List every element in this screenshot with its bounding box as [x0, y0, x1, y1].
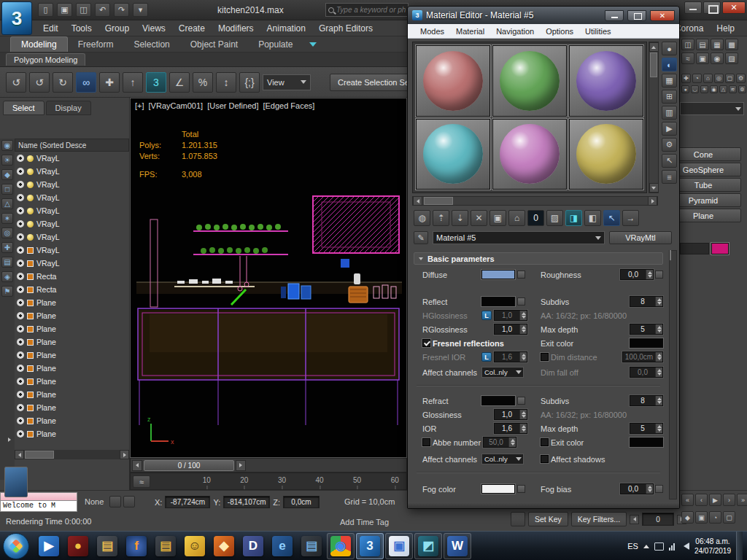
app-maximize-button[interactable]	[703, 1, 721, 14]
selection-lock-icon[interactable]	[109, 496, 121, 508]
geometry-category-icon[interactable]: ●	[681, 85, 689, 93]
fog-color-map-button[interactable]	[517, 485, 525, 493]
explorer-horizontal-scrollbar[interactable]	[15, 450, 129, 459]
show-background-icon[interactable]: ▨	[546, 210, 563, 226]
open-file-icon[interactable]: ▣	[57, 3, 72, 17]
show-shaded-material-in-viewport-icon[interactable]: ◨	[565, 210, 582, 226]
backlight-icon[interactable]: ◐	[662, 58, 677, 71]
list-item[interactable]: VRayL	[15, 244, 129, 257]
abbe-number-checkbox[interactable]	[422, 438, 430, 446]
reset-map-icon[interactable]: ✕	[471, 210, 487, 226]
time-slider-handle[interactable]: 0 / 100	[144, 460, 234, 471]
material-editor-titlebar[interactable]: 3 Material Editor - Material #5	[408, 7, 679, 24]
list-item[interactable]: Plane	[15, 388, 129, 401]
list-item[interactable]: Plane	[15, 427, 129, 440]
visibility-eye-icon[interactable]	[17, 299, 24, 306]
material-editor-options-icon[interactable]: ⚙	[662, 138, 677, 152]
listener-line[interactable]: Welcome to M	[0, 501, 77, 512]
list-item[interactable]: Plane	[15, 362, 129, 375]
undo-icon[interactable]: ↺	[29, 72, 50, 93]
visibility-eye-icon[interactable]	[17, 273, 24, 280]
abbe-number-spinner[interactable]: 50,0	[483, 437, 516, 448]
visibility-eye-icon[interactable]	[17, 378, 24, 385]
viewport-label[interactable]: [Edged Faces]	[263, 101, 314, 110]
network-icon[interactable]	[669, 542, 678, 551]
workspace-dropdown-icon[interactable]: ▾	[133, 3, 148, 17]
visibility-eye-icon[interactable]	[17, 312, 24, 319]
helpers-category-icon[interactable]: △	[719, 85, 727, 93]
graphite-tools-icon[interactable]: ▩	[725, 39, 738, 50]
make-preview-icon[interactable]: ▶	[662, 122, 677, 136]
ribbon-tab[interactable]: Populate	[248, 37, 303, 52]
downloads-folder-icon[interactable]: ▤	[152, 533, 179, 559]
volume-icon[interactable]	[684, 542, 689, 550]
menu-item[interactable]: Animation	[260, 21, 312, 36]
previous-frame-arrow-icon[interactable]	[132, 460, 142, 471]
motion-tab-icon[interactable]: ◎	[714, 74, 724, 83]
list-item[interactable]: Plane	[15, 296, 129, 309]
undo-icon[interactable]: ↺	[6, 72, 26, 93]
new-scene-icon[interactable]: ▯	[38, 3, 53, 17]
go-to-end-icon[interactable]: »	[737, 494, 747, 506]
reflect-map-button[interactable]	[517, 298, 525, 306]
menu-item[interactable]: Views	[136, 21, 172, 36]
scroll-right-icon[interactable]	[120, 450, 129, 459]
material-type-button[interactable]: VRayMtl	[609, 231, 672, 244]
refract-map-button[interactable]	[517, 397, 525, 405]
scrollbar-thumb[interactable]	[25, 451, 54, 459]
material-map-navigator-icon[interactable]: ≡	[662, 170, 677, 184]
filter-containers-icon[interactable]: ▤	[1, 257, 13, 268]
explorer-tab[interactable]: Display	[46, 101, 91, 115]
window-resize-edge[interactable]	[408, 502, 679, 508]
diffuse-map-button[interactable]	[517, 271, 525, 279]
display-icon[interactable]	[654, 542, 664, 551]
hglossiness-spinner[interactable]: 1,0	[494, 310, 527, 321]
systems-category-icon[interactable]: ⚙	[738, 85, 746, 93]
make-material-copy-icon[interactable]: ▣	[489, 210, 506, 226]
align-icon[interactable]: ▤	[696, 39, 709, 50]
ior-spinner[interactable]: 1,6	[494, 423, 527, 434]
chrome-icon[interactable]: ◉	[327, 533, 355, 559]
word-icon[interactable]: W	[444, 533, 471, 559]
search-input[interactable]	[336, 6, 406, 14]
previous-frame-icon[interactable]: ‹	[695, 494, 708, 506]
refract-exit-color-swatch[interactable]	[630, 438, 663, 447]
menu-item[interactable]: Utilities	[580, 26, 616, 37]
start-button[interactable]	[3, 533, 29, 559]
list-item[interactable]: Plane	[15, 414, 129, 427]
rglossiness-spinner[interactable]: 1,0	[494, 324, 527, 335]
material-slot[interactable]	[492, 45, 567, 117]
select-and-place-icon[interactable]: ↑	[123, 72, 143, 93]
list-item[interactable]: VRayL	[15, 152, 129, 165]
material-slot[interactable]	[569, 119, 643, 190]
menu-item[interactable]: Group	[98, 21, 136, 36]
material-name-dropdown[interactable]: Material #5	[433, 231, 605, 244]
tray-expand-icon[interactable]	[643, 545, 649, 548]
list-item[interactable]: VRayL	[15, 230, 129, 244]
material-id-channel-icon[interactable]: 0	[527, 210, 544, 226]
isolate-selection-icon[interactable]: ▢	[723, 511, 735, 524]
frame-back-icon[interactable]	[630, 515, 639, 524]
go-to-parent-icon[interactable]: ↖	[603, 210, 620, 226]
scroll-left-icon[interactable]	[413, 196, 422, 206]
3dsmax-icon[interactable]: 3	[356, 533, 384, 559]
list-item[interactable]: VRayL	[15, 178, 129, 191]
save-file-icon[interactable]: ◫	[76, 3, 91, 17]
lights-category-icon[interactable]: ☀	[700, 85, 708, 93]
basic-parameters-rollout[interactable]: Basic parameters	[414, 252, 663, 265]
media-center-icon[interactable]: ●	[64, 533, 92, 559]
scroll-left-icon[interactable]	[15, 450, 24, 459]
list-item[interactable]: Plane	[15, 322, 129, 335]
list-item[interactable]: Plane	[15, 401, 129, 414]
list-item[interactable]: VRayL	[15, 257, 129, 270]
visibility-eye-icon[interactable]	[17, 194, 24, 201]
app-close-button[interactable]	[722, 1, 746, 14]
affect-channels-dropdown[interactable]: Col..nly	[481, 367, 524, 378]
hglossiness-lock-button[interactable]: L	[481, 311, 492, 320]
visibility-eye-icon[interactable]	[17, 338, 24, 346]
scroll-down-icon[interactable]	[649, 183, 659, 192]
material-slot[interactable]	[492, 119, 567, 190]
z-coordinate-field[interactable]: 0,0cm	[283, 496, 320, 508]
fog-bias-spinner[interactable]: 0,0	[620, 483, 654, 494]
shapes-category-icon[interactable]: ◡	[691, 85, 699, 93]
